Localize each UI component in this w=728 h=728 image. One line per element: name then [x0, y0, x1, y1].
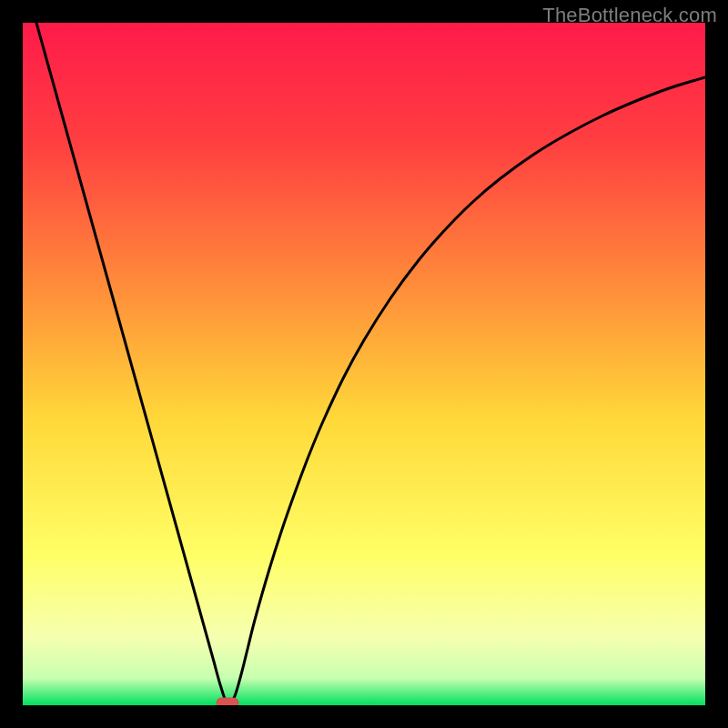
plot-area	[23, 23, 705, 705]
bottleneck-chart	[23, 23, 705, 705]
watermark-text: TheBottleneck.com	[542, 4, 717, 27]
gradient-background	[23, 23, 705, 705]
optimal-marker	[217, 698, 238, 705]
chart-frame: TheBottleneck.com	[0, 0, 728, 728]
